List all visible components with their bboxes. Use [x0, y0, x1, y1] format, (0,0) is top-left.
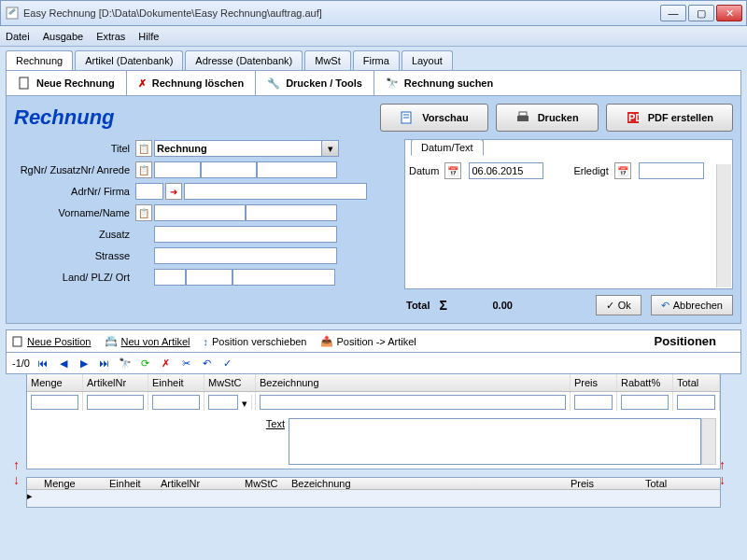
position-edit-grid: Menge ArtikelNr Einheit MwStC Bezeichnun…	[26, 374, 721, 469]
preview-icon	[400, 110, 415, 125]
new-position-button[interactable]: Neue Position	[12, 336, 92, 347]
cancel-button[interactable]: ↶Abbrechen	[651, 295, 733, 315]
position-list-grid: Menge Einheit ArtikelNr MwStC Bezeichnun…	[26, 477, 721, 508]
row-selector-icon[interactable]: ▸	[27, 490, 44, 507]
firma-input[interactable]	[184, 183, 367, 200]
strasse-label: Strasse	[14, 250, 135, 261]
nav-last-icon[interactable]: ⏭	[97, 356, 112, 371]
datum-label: Datum	[409, 165, 439, 176]
delete-invoice-button[interactable]: ✗ Rechnung löschen	[127, 71, 256, 95]
main-panel: Rechnung Vorschau Drucken PDF PDF erstel…	[6, 96, 741, 324]
einheit-input[interactable]	[152, 395, 200, 410]
erledigt-calendar-icon[interactable]: 📅	[614, 162, 631, 179]
datum-tab[interactable]: Datum/Text	[411, 139, 484, 156]
position-list-row[interactable]: ▸	[27, 490, 720, 507]
col2-bezeichnung: Bezeichnung	[291, 478, 571, 489]
name-input[interactable]	[246, 204, 337, 221]
tab-layout[interactable]: Layout	[402, 50, 453, 70]
to-artikel-button[interactable]: 📤 Position -> Artikel	[320, 335, 416, 347]
menu-hilfe[interactable]: Hilfe	[138, 31, 159, 42]
address-form: Titel 📋 ▾ RgNr/ ZusatzNr/ Anrede 📋 AdrNr…	[14, 139, 397, 289]
print-button[interactable]: Drucken	[496, 104, 599, 132]
title-picker-icon[interactable]: 📋	[135, 140, 152, 157]
pdf-button[interactable]: PDF PDF erstellen	[606, 104, 733, 132]
tab-adresse[interactable]: Adresse (Datenbank)	[185, 50, 303, 70]
title-combo[interactable]	[154, 140, 322, 157]
preis-input[interactable]	[574, 395, 613, 410]
nav-refresh-icon[interactable]: ⟳	[138, 356, 153, 371]
adrnr-input[interactable]	[135, 183, 163, 200]
text-scrollbar[interactable]	[701, 418, 716, 465]
preview-button[interactable]: Vorschau	[380, 104, 487, 132]
move-position-button[interactable]: ↕ Position verschieben	[203, 336, 306, 347]
delete-invoice-label: Rechnung löschen	[152, 77, 244, 89]
ok-label: Ok	[618, 300, 631, 311]
zusatz-input[interactable]	[154, 226, 337, 243]
col2-einheit: Einheit	[109, 478, 161, 489]
print-tools-button[interactable]: 🔧 Drucken / Tools	[256, 71, 374, 95]
anrede-input[interactable]	[257, 161, 337, 178]
nav-confirm-icon[interactable]: ✓	[220, 356, 235, 371]
ok-button[interactable]: ✓Ok	[596, 295, 641, 315]
nav-first-icon[interactable]: ⏮	[35, 356, 50, 371]
ort-input[interactable]	[233, 269, 335, 286]
menu-extras[interactable]: Extras	[96, 31, 125, 42]
document-heading: Rechnung	[14, 105, 115, 130]
move-down-right-icon[interactable]: ↓	[719, 473, 732, 486]
bezeichnung-input[interactable]	[260, 395, 566, 410]
move-down-left-icon[interactable]: ↓	[13, 473, 26, 486]
adrnr-arrow-icon[interactable]: ➜	[165, 183, 182, 200]
strasse-input[interactable]	[154, 247, 337, 264]
datum-calendar-icon[interactable]: 📅	[444, 162, 461, 179]
title-dropdown-icon[interactable]: ▾	[322, 140, 339, 157]
maximize-button[interactable]: ▢	[688, 5, 714, 21]
search-invoice-label: Rechnung suchen	[404, 77, 493, 89]
rabatt-input[interactable]	[621, 395, 669, 410]
mwst-input[interactable]	[208, 395, 238, 410]
close-button[interactable]: ✕	[716, 5, 742, 21]
undo-icon: ↶	[661, 300, 669, 312]
rgnr-picker-icon[interactable]: 📋	[135, 161, 152, 178]
minimize-button[interactable]: —	[660, 5, 686, 21]
plz-input[interactable]	[186, 269, 233, 286]
nav-prev-icon[interactable]: ◀	[56, 356, 71, 371]
menu-datei[interactable]: Datei	[6, 31, 30, 42]
nav-delete-icon[interactable]: ✗	[159, 356, 174, 371]
datum-scrollbar[interactable]	[716, 164, 731, 287]
artnr-input[interactable]	[87, 395, 144, 410]
datum-input[interactable]	[469, 162, 543, 179]
erledigt-input[interactable]	[639, 162, 704, 179]
tab-rechnung[interactable]: Rechnung	[6, 50, 73, 70]
new-from-artikel-button[interactable]: 📇 Neu von Artikel	[105, 335, 190, 347]
rgnr-input[interactable]	[154, 161, 201, 178]
document-toolbar: Neue Rechnung ✗ Rechnung löschen 🔧 Druck…	[6, 71, 741, 96]
nav-undo-icon[interactable]: ↶	[200, 356, 215, 371]
mwst-dropdown-icon[interactable]: ▾	[238, 395, 252, 410]
search-invoice-button[interactable]: 🔭 Rechnung suchen	[374, 71, 504, 95]
move-up-right-icon[interactable]: ↑	[719, 458, 732, 471]
zusatznr-input[interactable]	[201, 161, 257, 178]
updown-icon: ↕	[203, 336, 208, 347]
svg-rect-9	[13, 337, 21, 346]
land-input[interactable]	[154, 269, 186, 286]
binoculars-icon: 🔭	[386, 77, 399, 90]
position-edit-row[interactable]: ▾	[27, 392, 720, 411]
nav-next-icon[interactable]: ▶	[77, 356, 92, 371]
tab-mwst[interactable]: MwSt	[304, 50, 351, 70]
total-input[interactable]	[677, 395, 715, 410]
tab-firma[interactable]: Firma	[353, 50, 400, 70]
menu-ausgabe[interactable]: Ausgabe	[43, 31, 83, 42]
vorname-picker-icon[interactable]: 📋	[135, 204, 152, 221]
move-up-left-icon[interactable]: ↑	[13, 458, 26, 471]
col-einheit: Einheit	[148, 374, 204, 391]
vorname-input[interactable]	[154, 204, 246, 221]
position-text-input[interactable]	[289, 418, 701, 465]
tab-artikel[interactable]: Artikel (Datenbank)	[75, 50, 183, 70]
new-invoice-button[interactable]: Neue Rechnung	[7, 71, 127, 95]
nav-search-icon[interactable]: 🔭	[118, 356, 133, 371]
zusatz-label: Zusatz	[14, 229, 135, 240]
nav-cut-icon[interactable]: ✂	[179, 356, 194, 371]
main-tabs: Rechnung Artikel (Datenbank) Adresse (Da…	[6, 50, 741, 71]
menge-input[interactable]	[31, 395, 78, 410]
document-icon	[12, 336, 23, 347]
